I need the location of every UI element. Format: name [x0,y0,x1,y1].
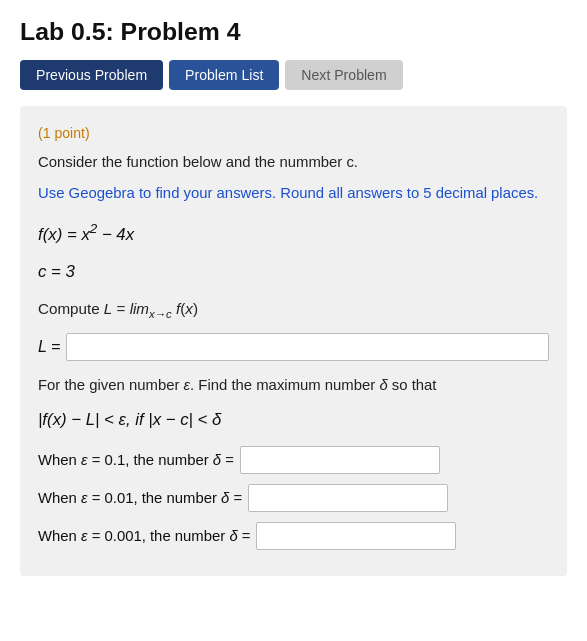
function-definition: f(x) = x2 − 4x [38,218,549,249]
previous-problem-button[interactable]: Previous Problem [20,60,163,90]
delta1-label: When ε = 0.1, the number δ = [38,448,234,473]
delta2-row: When ε = 0.01, the number δ = [38,484,549,512]
point-label: (1 point) [38,122,549,146]
delta3-input[interactable] [256,522,456,550]
delta1-input[interactable] [240,446,440,474]
L-label: L = [38,333,60,360]
epsilon-section: For the given number ε. Find the maximum… [38,373,549,551]
problem-list-button[interactable]: Problem List [169,60,279,90]
L-input-row: L = [38,333,549,361]
navigation-buttons: Previous Problem Problem List Next Probl… [20,60,567,90]
intro-text-2: Use Geogebra to find your answers. Round… [38,181,549,206]
compute-label: Compute L = limx→c f(x) [38,296,549,324]
intro-text-1: Consider the function below and the numm… [38,150,549,175]
delta3-row: When ε = 0.001, the number δ = [38,522,549,550]
delta2-label: When ε = 0.01, the number δ = [38,486,242,511]
problem-container: (1 point) Consider the function below an… [20,106,567,576]
L-input[interactable] [66,333,549,361]
epsilon-intro: For the given number ε. Find the maximum… [38,373,549,398]
delta1-row: When ε = 0.1, the number δ = [38,446,549,474]
delta2-input[interactable] [248,484,448,512]
c-value: c = 3 [38,258,549,287]
page-title: Lab 0.5: Problem 4 [20,18,567,46]
abs-inequality: |f(x) − L| < ε, if |x − c| < δ [38,406,549,435]
next-problem-button: Next Problem [285,60,402,90]
delta3-label: When ε = 0.001, the number δ = [38,524,250,549]
